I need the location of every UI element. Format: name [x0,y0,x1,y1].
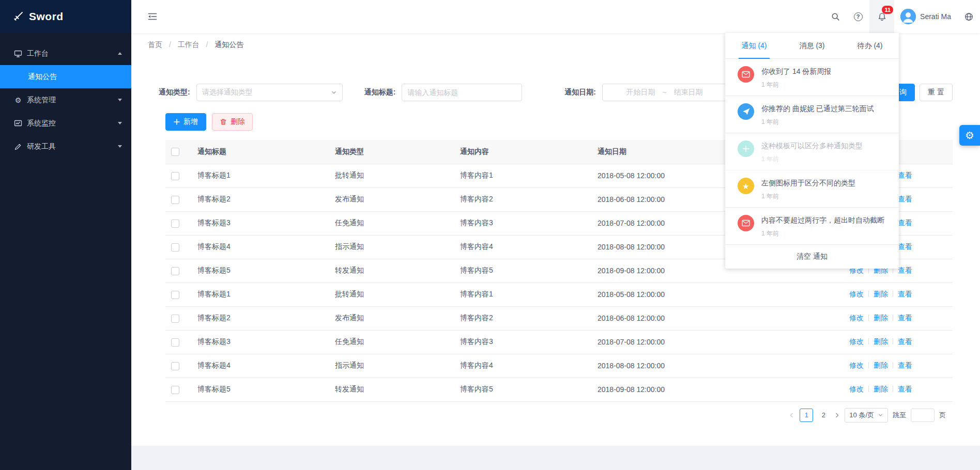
plus-icon [738,140,754,157]
view-link[interactable]: 查看 [898,242,912,250]
pagination: 1 2 10 条/页 跳至 页 [165,408,946,422]
table-row: 博客标题1 批转通知 博客内容1 2018-05-08 12:00:00 修改删… [165,283,953,306]
delete-link[interactable]: 删除 [874,361,888,369]
delete-link[interactable]: 删除 [874,385,888,393]
notification-item[interactable]: ★ 左侧图标用于区分不同的类型 1 年前 [725,170,899,208]
edit-link[interactable]: 修改 [849,290,864,298]
tab-messages[interactable]: 消息 (3) [783,33,841,58]
table-row: 博客标题3 任免通知 博客内容3 2018-07-08 12:00:00 修改删… [165,330,953,354]
gear-icon: ⚙ [965,129,974,142]
type-select-placeholder: 请选择通知类型 [202,88,253,97]
view-link[interactable]: 查看 [898,337,912,346]
table-row: 博客标题5 转发通知 博客内容5 2018-09-08 12:00:00 修改删… [165,378,953,401]
notification-item[interactable]: 内容不要超过两行字，超出时自动截断 1 年前 [725,208,899,245]
view-link[interactable]: 查看 [898,266,912,274]
sidebar-item-notice[interactable]: 通知公告 [0,65,131,88]
column-header-title: 通知标题 [188,140,326,164]
row-checkbox[interactable] [171,243,179,252]
sidebar-item-label: 通知公告 [28,72,57,82]
date-range-picker[interactable]: 开始日期 ~ 结束日期 [602,84,727,101]
table-row: 博客标题4 指示通知 博客内容4 2018-08-08 12:00:00 修改删… [165,354,953,378]
delete-button[interactable]: 删除 [212,113,253,131]
search-icon[interactable] [824,0,847,33]
row-checkbox[interactable] [171,315,179,323]
avatar [900,9,916,24]
breadcrumb-current: 通知公告 [215,40,243,49]
caret-down-icon [118,122,122,124]
sidebar-item-label: 系统监控 [27,119,56,128]
sidebar-item-system-monitor[interactable]: 系统监控 [0,112,131,135]
notification-bell-icon[interactable]: 11 [869,0,894,33]
breadcrumb-separator: / [169,40,171,49]
row-checkbox[interactable] [171,291,179,299]
view-link[interactable]: 查看 [898,195,912,203]
star-icon: ★ [738,178,754,194]
sidebar-item-system-mgmt[interactable]: ⚙ 系统管理 [0,88,131,112]
plus-icon [174,119,180,125]
sidebar-item-dev-tools[interactable]: 研发工具 [0,135,131,158]
add-button[interactable]: 新增 [165,113,206,131]
row-checkbox[interactable] [171,220,179,228]
help-icon[interactable]: ? [847,0,869,33]
view-link[interactable]: 查看 [898,361,912,369]
sidebar-item-label: 系统管理 [27,96,56,105]
date-start-placeholder: 开始日期 [626,88,655,97]
notification-item-read[interactable]: 这种模板可以区分多种通知类型 1 年前 [725,133,899,170]
mail-icon [738,66,754,83]
logo[interactable]: Sword [0,0,131,33]
jump-page-input[interactable] [911,409,935,422]
type-label: 通知类型: [159,88,190,97]
breadcrumb-separator: / [206,40,208,49]
delete-link[interactable]: 删除 [874,337,888,346]
tool-icon [14,143,22,151]
row-checkbox[interactable] [171,338,179,347]
row-checkbox[interactable] [171,386,179,394]
mail-icon [738,215,754,231]
prev-page-button[interactable] [789,412,795,418]
view-link[interactable]: 查看 [898,171,912,179]
next-page-button[interactable] [834,412,840,418]
sword-logo-icon [12,11,24,22]
page-button[interactable]: 2 [818,411,829,419]
sidebar-item-label: 工作台 [27,49,49,58]
row-checkbox[interactable] [171,362,179,370]
edit-link[interactable]: 修改 [849,314,864,322]
view-link[interactable]: 查看 [898,314,912,322]
breadcrumb-home[interactable]: 首页 [148,40,162,49]
caret-up-icon [118,52,122,55]
view-link[interactable]: 查看 [898,218,912,227]
jump-label: 跳至 [893,411,906,420]
sidebar-item-workbench[interactable]: 工作台 [0,42,131,65]
table-row: 博客标题2 发布通知 博客内容2 2018-06-08 12:00:00 修改删… [165,306,953,330]
page-button-current[interactable]: 1 [800,409,813,422]
notification-badge: 11 [882,6,893,14]
globe-icon[interactable] [957,0,980,33]
title-input[interactable] [402,84,522,101]
tab-notifications[interactable]: 通知 (4) [725,33,783,58]
row-checkbox[interactable] [171,267,179,275]
page-size-select[interactable]: 10 条/页 [845,408,888,422]
page-unit-label: 页 [939,411,946,420]
row-checkbox[interactable] [171,172,179,180]
notification-item[interactable]: 你收到了 14 份新周报 1 年前 [725,59,899,96]
trash-icon [220,118,227,126]
breadcrumb-workbench[interactable]: 工作台 [178,40,200,49]
reset-button[interactable]: 重 置 [920,84,953,101]
edit-link[interactable]: 修改 [849,361,864,369]
type-select[interactable]: 请选择通知类型 [196,84,343,101]
delete-link[interactable]: 删除 [874,290,888,298]
select-all-checkbox[interactable] [171,148,179,156]
settings-fab[interactable]: ⚙ [959,125,980,146]
notification-item[interactable]: 你推荐的 曲妮妮 已通过第三轮面试 1 年前 [725,96,899,133]
tab-todos[interactable]: 待办 (4) [841,33,899,58]
edit-link[interactable]: 修改 [849,385,864,393]
edit-link[interactable]: 修改 [849,337,864,346]
user-menu[interactable]: Serati Ma [894,0,957,33]
menu-fold-icon[interactable] [148,12,157,21]
row-checkbox[interactable] [171,196,179,204]
view-link[interactable]: 查看 [898,290,912,298]
chevron-down-icon [331,89,337,96]
view-link[interactable]: 查看 [898,385,912,393]
clear-notifications-button[interactable]: 清空 通知 [725,245,899,269]
delete-link[interactable]: 删除 [874,314,888,322]
